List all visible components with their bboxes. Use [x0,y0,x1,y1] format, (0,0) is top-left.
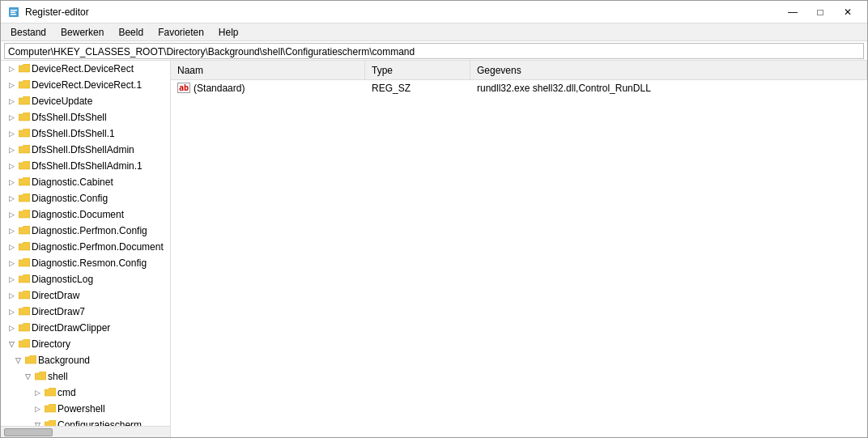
expand-icon: ▷ [7,97,15,105]
folder-icon [19,242,30,252]
tree-item-diag-config[interactable]: ▷ Diagnostic.Config [1,190,170,206]
registry-tree[interactable]: ▷ DeviceRect.DeviceRect ▷ DeviceRect.Dev… [1,61,170,426]
expand-icon: ▷ [33,405,41,413]
tree-item-diag-perfd[interactable]: ▷ Diagnostic.Perfmon.Document [1,239,170,255]
tree-label: DirectDrawClipper [32,321,110,334]
tree-item-powershell[interactable]: ▷ Powershell [1,401,170,417]
folder-icon [19,161,30,171]
menu-beeld[interactable]: Beeld [112,25,150,40]
tree-label: DfsShell.DfsShellAdmin.1 [32,159,143,172]
expand-icon: ▷ [7,162,15,170]
window-title: Register-editor [25,6,89,18]
tree-item-dfsshell1[interactable]: ▷ DfsShell.DfsShell.1 [1,125,170,142]
tree-label: DiagnosticLog [32,273,93,286]
folder-icon [19,129,30,138]
tree-item-deviceupdate[interactable]: ▷ DeviceUpdate [1,93,170,109]
menu-bestand[interactable]: Bestand [4,25,53,40]
expand-icon: ▽ [23,372,32,381]
tree-item-diag-cabinet[interactable]: ▷ Diagnostic.Cabinet [1,174,170,190]
tree-item-directory[interactable]: ▽ Directory [1,336,170,352]
expand-icon: ▷ [7,275,15,283]
folder-icon [19,291,30,300]
tree-item-configuratiescherm[interactable]: ▽ Configuratiescherm [1,417,170,426]
expand-icon: ▷ [7,308,15,316]
folder-icon [19,96,30,106]
col-header-naam[interactable]: Naam [171,61,365,79]
close-button[interactable]: ✕ [835,4,861,20]
folder-icon [19,193,30,203]
expand-icon: ▷ [7,324,15,332]
tree-item-background[interactable]: ▽ Background [1,352,170,368]
folder-icon [19,226,30,236]
tree-item-devicerect[interactable]: ▷ DeviceRect.DeviceRect [1,61,170,77]
tree-label: Diagnostic.Perfmon.Document [32,240,164,253]
left-panel: ▷ DeviceRect.DeviceRect ▷ DeviceRect.Dev… [1,61,171,437]
tree-item-diagnosticlog[interactable]: ▷ DiagnosticLog [1,271,170,287]
cell-gegevens: rundll32.exe shell32.dll,Control_RunDLL [470,81,867,96]
svg-rect-2 [11,11,15,13]
scrollbar-thumb[interactable] [4,428,53,436]
tree-label: DirectDraw [32,289,79,302]
folder-icon [19,307,30,317]
table-row[interactable]: ab (Standaard) REG_SZ rundll32.exe shell… [171,80,867,96]
tree-item-diag-perf[interactable]: ▷ Diagnostic.Perfmon.Config [1,223,170,239]
expand-icon: ▷ [7,113,15,121]
tree-label: Powershell [57,402,105,415]
expand-icon: ▽ [14,356,22,364]
folder-icon [19,64,30,74]
right-panel: Naam Type Gegevens ab (Standaard) REG_SZ… [171,61,867,437]
folder-icon [19,339,30,349]
tree-item-dfsshell[interactable]: ▷ DfsShell.DfsShell [1,109,170,125]
tree-label: Diagnostic.Document [32,208,124,221]
tree-label: DfsShell.DfsShell.1 [32,127,115,140]
folder-icon [19,274,30,284]
menu-help[interactable]: Help [212,25,245,40]
expand-icon: ▷ [7,178,15,186]
tree-item-shell[interactable]: ▽ shell [1,368,170,385]
tree-label: DfsShell.DfsShell [32,111,107,124]
tree-label: Background [38,354,90,367]
folder-icon [45,404,56,414]
folder-icon [45,388,56,398]
expand-icon: ▷ [7,194,15,202]
maximize-button[interactable]: □ [807,4,833,20]
expand-icon: ▷ [7,243,15,251]
address-bar: Computer\HKEY_CLASSES_ROOT\Directory\Bac… [1,41,867,61]
tree-item-dfsshell-admin1[interactable]: ▷ DfsShell.DfsShellAdmin.1 [1,158,170,174]
menu-bewerken[interactable]: Bewerken [54,25,110,40]
table-body[interactable]: ab (Standaard) REG_SZ rundll32.exe shell… [171,80,867,437]
minimize-button[interactable]: — [780,4,806,20]
address-input[interactable]: Computer\HKEY_CLASSES_ROOT\Directory\Bac… [4,43,864,59]
tree-item-diag-res[interactable]: ▷ Diagnostic.Resmon.Config [1,255,170,271]
tree-label: DeviceUpdate [32,95,92,108]
tree-label: Configuratiescherm [57,419,142,426]
col-header-gegevens[interactable]: Gegevens [470,61,867,79]
tree-item-cmd[interactable]: ▷ cmd [1,385,170,401]
table-header: Naam Type Gegevens [171,61,867,80]
folder-icon [19,145,30,155]
tree-label: Diagnostic.Cabinet [32,176,113,189]
expand-icon: ▷ [7,210,15,219]
col-header-type[interactable]: Type [365,61,470,79]
tree-item-dfsshell-admin[interactable]: ▷ DfsShell.DfsShellAdmin [1,142,170,158]
cell-naam: ab (Standaard) [171,81,365,96]
tree-label: cmd [57,386,76,399]
tree-label: Diagnostic.Perfmon.Config [32,224,147,237]
expand-icon: ▷ [7,259,15,267]
menu-favorieten[interactable]: Favorieten [151,25,211,40]
folder-icon [19,258,30,268]
tree-item-directdraw7[interactable]: ▷ DirectDraw7 [1,304,170,320]
expand-icon: ▷ [33,389,41,397]
tree-scrollbar-h[interactable] [1,426,170,437]
tree-item-directdrawclipper[interactable]: ▷ DirectDrawClipper [1,320,170,336]
tree-item-devicerect1[interactable]: ▷ DeviceRect.DeviceRect.1 [1,77,170,93]
main-window: Register-editor — □ ✕ Bestand Bewerken B… [0,0,868,438]
folder-icon [25,355,36,365]
tree-label: shell [48,370,68,383]
tree-item-diag-doc[interactable]: ▷ Diagnostic.Document [1,206,170,223]
tree-label: DfsShell.DfsShellAdmin [32,143,134,156]
tree-label: DirectDraw7 [32,305,85,318]
svg-rect-1 [11,10,17,11]
tree-label: DeviceRect.DeviceRect.1 [32,79,142,91]
tree-item-directdraw[interactable]: ▷ DirectDraw [1,287,170,304]
